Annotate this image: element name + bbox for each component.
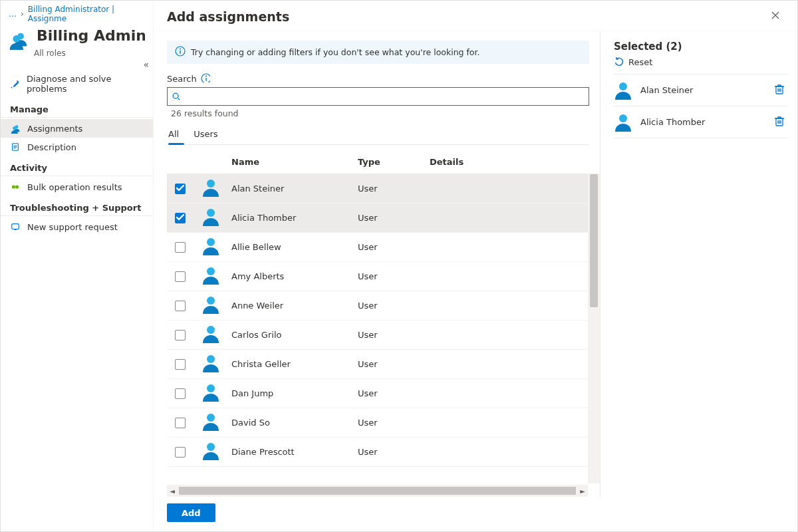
row-checkbox[interactable] <box>175 359 186 370</box>
avatar-icon <box>201 237 220 255</box>
sidenav-heading-manage: Manage <box>1 98 153 118</box>
horizontal-scrollbar[interactable]: ◄ ► <box>167 485 588 497</box>
avatar-icon <box>201 442 220 460</box>
col-details[interactable]: Details <box>430 157 595 167</box>
table-row[interactable]: Anne WeilerUser <box>167 291 588 321</box>
row-name: David So <box>231 418 358 428</box>
info-banner: Try changing or adding filters if you do… <box>167 41 589 64</box>
tab-all[interactable]: All <box>168 125 179 144</box>
table-row[interactable]: Diane PrescottUser <box>167 438 588 467</box>
row-checkbox[interactable] <box>175 330 186 340</box>
wrench-icon <box>10 78 20 89</box>
page-title: Billing Administrator <box>37 27 145 44</box>
page-subtitle: All roles <box>1 49 153 66</box>
row-type: User <box>358 213 430 223</box>
row-name: Christa Geller <box>231 359 358 369</box>
breadcrumb-link[interactable]: Billing Administrator | Assignme <box>28 5 146 23</box>
row-name: Alan Steiner <box>231 184 358 194</box>
row-checkbox[interactable] <box>175 447 186 458</box>
sidenav-assignments-label: Assignments <box>27 124 82 134</box>
selected-heading: Selected (2) <box>614 41 788 53</box>
row-checkbox[interactable] <box>175 271 186 282</box>
panel-title: Add assignments <box>167 9 289 24</box>
breadcrumb-ellipsis[interactable]: … <box>9 9 17 19</box>
vertical-scrollbar[interactable] <box>588 174 600 483</box>
sidenav-heading-troubleshoot: Troubleshooting + Support <box>1 196 153 216</box>
sidenav-diagnose-label: Diagnose and solve problems <box>27 74 144 94</box>
row-name: Anne Weiler <box>231 301 358 311</box>
table-row[interactable]: Alicia ThomberUser <box>167 203 588 233</box>
row-checkbox[interactable] <box>175 242 186 253</box>
row-type: User <box>358 242 430 252</box>
sidenav-description[interactable]: Description <box>1 138 153 156</box>
col-name[interactable]: Name <box>231 157 358 167</box>
avatar-icon <box>201 266 220 285</box>
selected-item-name: Alicia Thomber <box>640 117 763 127</box>
table-row[interactable]: Dan JumpUser <box>167 379 588 408</box>
avatar-icon <box>201 295 220 314</box>
svg-point-10 <box>173 93 178 98</box>
row-name: Allie Bellew <box>231 242 358 252</box>
document-icon <box>10 142 21 152</box>
breadcrumb: … › Billing Administrator | Assignme <box>1 1 153 23</box>
hscroll-right-arrow[interactable]: ► <box>577 485 588 496</box>
search-help-icon[interactable] <box>201 73 210 84</box>
row-checkbox[interactable] <box>175 213 186 223</box>
table-row[interactable]: Carlos GriloUser <box>167 321 588 350</box>
row-type: User <box>358 359 430 369</box>
remove-selected-button[interactable] <box>771 112 788 132</box>
avatar-icon <box>201 207 220 226</box>
row-type: User <box>358 301 430 311</box>
sidenav-diagnose[interactable]: Diagnose and solve problems <box>1 70 153 98</box>
collapse-nav-button[interactable]: « <box>143 59 149 70</box>
svg-rect-9 <box>12 224 19 229</box>
row-name: Amy Alberts <box>231 271 358 281</box>
support-icon <box>10 221 21 232</box>
hscroll-left-arrow[interactable]: ◄ <box>167 485 178 496</box>
row-type: User <box>358 330 430 340</box>
sidenav-bulk[interactable]: Bulk operation results <box>1 178 153 196</box>
sidenav-description-label: Description <box>27 142 76 152</box>
row-checkbox[interactable] <box>175 418 186 428</box>
tab-users[interactable]: Users <box>194 125 217 144</box>
info-icon <box>175 46 186 59</box>
sidenav-support-label: New support request <box>27 222 118 232</box>
row-name: Diane Prescott <box>231 447 358 457</box>
row-checkbox[interactable] <box>175 301 186 311</box>
add-button[interactable]: Add <box>167 503 215 522</box>
avatar-icon <box>614 113 632 132</box>
row-checkbox[interactable] <box>175 184 186 194</box>
search-icon <box>172 92 181 101</box>
row-name: Alicia Thomber <box>231 213 358 223</box>
col-type[interactable]: Type <box>358 157 430 167</box>
row-name: Dan Jump <box>231 388 358 398</box>
remove-selected-button[interactable] <box>771 80 788 100</box>
vertical-scroll-thumb[interactable] <box>590 174 598 307</box>
sidenav-bulk-label: Bulk operation results <box>27 182 122 192</box>
table-row[interactable]: Christa GellerUser <box>167 350 588 379</box>
results-count: 26 results found <box>167 106 600 125</box>
reset-label: Reset <box>628 57 652 67</box>
reset-button[interactable]: Reset <box>614 57 788 74</box>
close-panel-button[interactable] <box>767 7 784 25</box>
table-row[interactable]: Allie BellewUser <box>167 233 588 262</box>
table-row[interactable]: Amy AlbertsUser <box>167 262 588 291</box>
avatar-icon <box>201 383 220 402</box>
row-name: Carlos Grilo <box>231 330 358 340</box>
table-row[interactable]: David SoUser <box>167 408 588 438</box>
row-type: User <box>358 184 430 194</box>
search-box[interactable] <box>167 87 589 106</box>
sidenav-support[interactable]: New support request <box>1 217 153 236</box>
search-label: Search <box>167 74 197 84</box>
avatar-icon <box>201 354 220 372</box>
row-type: User <box>358 388 430 398</box>
horizontal-scroll-thumb[interactable] <box>179 487 576 495</box>
search-input[interactable] <box>181 88 585 104</box>
avatar-icon <box>201 178 220 197</box>
row-checkbox[interactable] <box>175 388 186 399</box>
row-type: User <box>358 271 430 281</box>
reset-icon <box>614 57 624 67</box>
sidenav-assignments[interactable]: Assignments <box>1 119 153 138</box>
table-row[interactable]: Alan SteinerUser <box>167 174 588 203</box>
people-icon <box>10 123 21 134</box>
